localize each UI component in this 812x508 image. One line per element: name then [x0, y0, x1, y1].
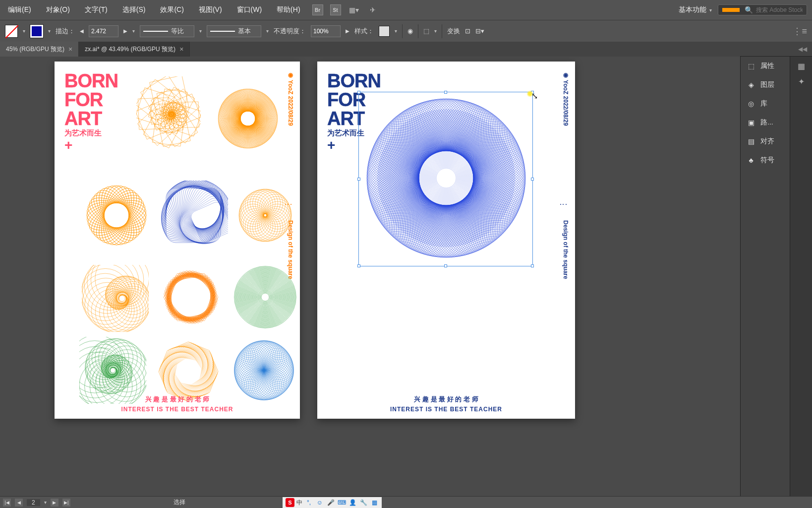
menu-object[interactable]: 对象(O): [43, 3, 73, 16]
next-artboard-btn[interactable]: ▶: [51, 499, 58, 507]
stroke-inc[interactable]: ▶: [123, 28, 127, 34]
panel-pathfinder[interactable]: ▣路...: [741, 113, 790, 132]
svg-point-546: [386, 118, 507, 239]
symbol-icon: ♣: [747, 156, 755, 164]
svg-point-65: [222, 92, 274, 145]
svg-point-456: [403, 95, 489, 261]
search-icon: 🔍: [745, 6, 753, 14]
stroke-dd[interactable]: ▾: [48, 28, 51, 34]
menu-edit[interactable]: 编辑(E): [5, 3, 34, 16]
panel-strip: ⬚属性 ◈图层 ◎库 ▣路... ▤对齐 ♣符号: [740, 57, 790, 496]
ime-emoji-icon[interactable]: ☺: [315, 498, 324, 507]
ime-grid-icon[interactable]: ▦: [370, 498, 379, 507]
dock-icon-1[interactable]: ▦: [798, 62, 805, 71]
ime-keyboard-icon[interactable]: ⌨: [337, 498, 346, 507]
isolate-icon[interactable]: ⬚: [423, 27, 429, 35]
panel-dock: ▦ ✦: [790, 57, 812, 496]
close-icon[interactable]: ×: [68, 45, 72, 53]
ime-mic-icon[interactable]: 🎤: [326, 498, 335, 507]
document-tabs: 45% (RGB/GPU 预览) × zx.ai* @ 43.49% (RGB/…: [0, 42, 812, 57]
panel-collapse-btn[interactable]: ◀◀: [740, 43, 812, 57]
artboard-number[interactable]: 2: [27, 499, 40, 506]
spiro-orange-shell: [82, 265, 149, 332]
dock-icon-2[interactable]: ✦: [798, 77, 805, 86]
svg-point-61: [219, 96, 277, 141]
statusbar: |◀ ◀ 2 ▾ ▶ ▶| 选择: [0, 496, 812, 508]
constrain-icon[interactable]: ⊟▾: [475, 27, 484, 35]
svg-point-87: [230, 88, 265, 149]
menu-view[interactable]: 视图(V): [196, 3, 225, 16]
tab-doc-1[interactable]: 45% (RGB/GPU 预览) ×: [0, 42, 79, 57]
bridge-icon[interactable]: Br: [312, 4, 323, 15]
spiro-orange-disc: [211, 81, 285, 156]
svg-point-269: [258, 290, 273, 305]
brush-def[interactable]: 基本: [207, 25, 261, 37]
spiro-green-rings: [233, 265, 297, 329]
svg-point-423: [366, 109, 526, 247]
svg-point-266: [260, 292, 270, 302]
close-icon[interactable]: ×: [179, 45, 183, 53]
menu-text[interactable]: 文字(T): [82, 3, 111, 16]
menu-select[interactable]: 选择(S): [119, 3, 149, 16]
stroke-weight-dd[interactable]: ▾: [132, 28, 135, 34]
last-artboard-btn[interactable]: ▶|: [62, 499, 70, 507]
svg-point-140: [104, 186, 129, 245]
arrange-docs-icon[interactable]: ▦▾: [348, 4, 360, 16]
fill-dd[interactable]: ▾: [23, 28, 25, 34]
svg-point-268: [259, 291, 272, 304]
svg-point-285: [245, 277, 285, 317]
svg-point-147: [84, 190, 149, 240]
opacity-input[interactable]: [311, 25, 341, 37]
fill-swatch[interactable]: [5, 25, 18, 38]
menu-window[interactable]: 窗口(W): [234, 3, 265, 16]
ime-lang[interactable]: 中: [296, 499, 302, 507]
stroke-swatch[interactable]: [30, 25, 43, 38]
gpu-icon[interactable]: ✈: [367, 4, 379, 16]
panel-align[interactable]: ▤对齐: [741, 132, 790, 151]
stroke-dec[interactable]: ◀: [80, 28, 84, 34]
poster-title: BORN FOR ART 为艺术而生 +: [64, 71, 118, 152]
first-artboard-btn[interactable]: |◀: [3, 499, 11, 507]
spiro-blue-large[interactable]: [359, 91, 533, 265]
tab-doc-2[interactable]: zx.ai* @ 43.49% (RGB/GPU 预览) ×: [79, 42, 190, 57]
search-box[interactable]: 🔍: [718, 4, 807, 15]
menu-help[interactable]: 帮助(H): [274, 3, 303, 16]
svg-point-503: [428, 160, 464, 196]
cc-icon: ◎: [747, 100, 755, 108]
panel-symbols[interactable]: ♣符号: [741, 151, 790, 170]
svg-rect-171: [176, 184, 224, 231]
svg-point-418: [363, 119, 529, 237]
stroke-profile[interactable]: 等比: [140, 25, 194, 37]
svg-point-523: [408, 140, 484, 216]
ime-bar[interactable]: S 中 °, ☺ 🎤 ⌨ 👤 🔧 ▦: [283, 497, 382, 508]
canvas[interactable]: BORN FOR ART 为艺术而生 + ◉ YooZ 2022/08/29 ⋮…: [0, 57, 804, 496]
panel-properties[interactable]: ⬚属性: [741, 57, 790, 75]
svg-point-289: [242, 274, 289, 320]
ime-user-icon[interactable]: 👤: [348, 498, 357, 507]
svg-point-477: [366, 109, 526, 247]
stock-icon[interactable]: St: [330, 4, 341, 15]
workspace-switcher[interactable]: 基本功能 ▾: [679, 5, 712, 14]
stroke-weight-input[interactable]: [89, 25, 118, 37]
svg-point-113: [84, 190, 149, 240]
svg-point-281: [248, 280, 282, 314]
svg-point-517: [414, 146, 478, 210]
ime-punct-icon[interactable]: °,: [304, 498, 313, 507]
sogou-icon[interactable]: S: [286, 498, 294, 507]
style-swatch[interactable]: [379, 26, 390, 37]
svg-point-539: [393, 125, 500, 232]
recolor-icon[interactable]: ◉: [407, 27, 413, 35]
search-input[interactable]: [756, 6, 803, 13]
ime-tool-icon[interactable]: 🔧: [359, 498, 368, 507]
panel-libraries[interactable]: ◎库: [741, 94, 790, 113]
panel-layers[interactable]: ◈图层: [741, 75, 790, 94]
menu-effect[interactable]: 效果(C): [157, 3, 186, 16]
search-highlight: [722, 8, 740, 12]
prev-artboard-btn[interactable]: ◀: [15, 499, 23, 507]
transform-label[interactable]: 变换: [447, 27, 460, 36]
align-to-icon[interactable]: ⊡: [465, 27, 470, 35]
svg-point-547: [385, 117, 508, 240]
opacity-label: 不透明度：: [274, 27, 306, 36]
more-options-icon[interactable]: ⋮≡: [793, 26, 807, 37]
opacity-inc[interactable]: ▶: [346, 28, 349, 34]
